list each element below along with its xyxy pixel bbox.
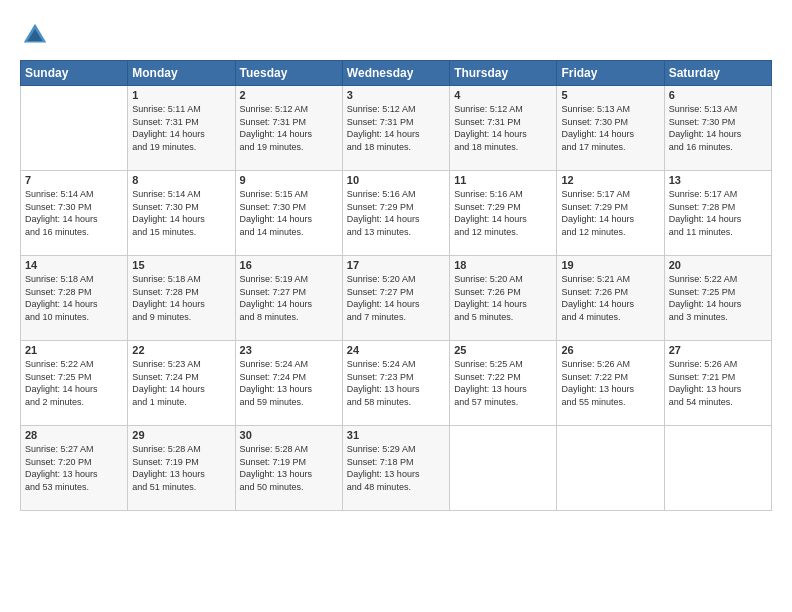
header-row: SundayMondayTuesdayWednesdayThursdayFrid… <box>21 61 772 86</box>
day-number: 23 <box>240 344 338 356</box>
day-info: Sunrise: 5:29 AM Sunset: 7:18 PM Dayligh… <box>347 443 445 493</box>
calendar-row: 21Sunrise: 5:22 AM Sunset: 7:25 PM Dayli… <box>21 341 772 426</box>
day-info: Sunrise: 5:18 AM Sunset: 7:28 PM Dayligh… <box>132 273 230 323</box>
day-number: 19 <box>561 259 659 271</box>
calendar-cell: 11Sunrise: 5:16 AM Sunset: 7:29 PM Dayli… <box>450 171 557 256</box>
header-cell-tuesday: Tuesday <box>235 61 342 86</box>
page-header <box>20 20 772 50</box>
header-cell-sunday: Sunday <box>21 61 128 86</box>
day-number: 13 <box>669 174 767 186</box>
day-number: 15 <box>132 259 230 271</box>
header-cell-saturday: Saturday <box>664 61 771 86</box>
day-number: 9 <box>240 174 338 186</box>
day-info: Sunrise: 5:18 AM Sunset: 7:28 PM Dayligh… <box>25 273 123 323</box>
day-number: 2 <box>240 89 338 101</box>
calendar-cell: 14Sunrise: 5:18 AM Sunset: 7:28 PM Dayli… <box>21 256 128 341</box>
calendar-cell: 12Sunrise: 5:17 AM Sunset: 7:29 PM Dayli… <box>557 171 664 256</box>
day-info: Sunrise: 5:12 AM Sunset: 7:31 PM Dayligh… <box>240 103 338 153</box>
calendar-cell: 19Sunrise: 5:21 AM Sunset: 7:26 PM Dayli… <box>557 256 664 341</box>
calendar-cell: 5Sunrise: 5:13 AM Sunset: 7:30 PM Daylig… <box>557 86 664 171</box>
day-info: Sunrise: 5:19 AM Sunset: 7:27 PM Dayligh… <box>240 273 338 323</box>
calendar-cell: 24Sunrise: 5:24 AM Sunset: 7:23 PM Dayli… <box>342 341 449 426</box>
logo-icon <box>20 20 50 50</box>
day-info: Sunrise: 5:21 AM Sunset: 7:26 PM Dayligh… <box>561 273 659 323</box>
day-number: 5 <box>561 89 659 101</box>
header-cell-friday: Friday <box>557 61 664 86</box>
calendar-cell: 23Sunrise: 5:24 AM Sunset: 7:24 PM Dayli… <box>235 341 342 426</box>
calendar-cell: 8Sunrise: 5:14 AM Sunset: 7:30 PM Daylig… <box>128 171 235 256</box>
header-cell-thursday: Thursday <box>450 61 557 86</box>
calendar-header: SundayMondayTuesdayWednesdayThursdayFrid… <box>21 61 772 86</box>
calendar-row: 7Sunrise: 5:14 AM Sunset: 7:30 PM Daylig… <box>21 171 772 256</box>
day-number: 26 <box>561 344 659 356</box>
calendar-row: 14Sunrise: 5:18 AM Sunset: 7:28 PM Dayli… <box>21 256 772 341</box>
day-info: Sunrise: 5:28 AM Sunset: 7:19 PM Dayligh… <box>240 443 338 493</box>
day-info: Sunrise: 5:24 AM Sunset: 7:23 PM Dayligh… <box>347 358 445 408</box>
day-number: 29 <box>132 429 230 441</box>
day-number: 12 <box>561 174 659 186</box>
calendar-cell: 7Sunrise: 5:14 AM Sunset: 7:30 PM Daylig… <box>21 171 128 256</box>
calendar-row: 1Sunrise: 5:11 AM Sunset: 7:31 PM Daylig… <box>21 86 772 171</box>
header-cell-monday: Monday <box>128 61 235 86</box>
calendar-cell: 6Sunrise: 5:13 AM Sunset: 7:30 PM Daylig… <box>664 86 771 171</box>
calendar-cell: 22Sunrise: 5:23 AM Sunset: 7:24 PM Dayli… <box>128 341 235 426</box>
day-number: 21 <box>25 344 123 356</box>
calendar-cell: 10Sunrise: 5:16 AM Sunset: 7:29 PM Dayli… <box>342 171 449 256</box>
day-info: Sunrise: 5:14 AM Sunset: 7:30 PM Dayligh… <box>25 188 123 238</box>
calendar-cell: 29Sunrise: 5:28 AM Sunset: 7:19 PM Dayli… <box>128 426 235 511</box>
calendar-cell: 27Sunrise: 5:26 AM Sunset: 7:21 PM Dayli… <box>664 341 771 426</box>
day-number: 27 <box>669 344 767 356</box>
day-info: Sunrise: 5:16 AM Sunset: 7:29 PM Dayligh… <box>454 188 552 238</box>
day-info: Sunrise: 5:15 AM Sunset: 7:30 PM Dayligh… <box>240 188 338 238</box>
calendar-cell: 26Sunrise: 5:26 AM Sunset: 7:22 PM Dayli… <box>557 341 664 426</box>
calendar-cell: 1Sunrise: 5:11 AM Sunset: 7:31 PM Daylig… <box>128 86 235 171</box>
day-number: 3 <box>347 89 445 101</box>
day-info: Sunrise: 5:20 AM Sunset: 7:26 PM Dayligh… <box>454 273 552 323</box>
day-info: Sunrise: 5:13 AM Sunset: 7:30 PM Dayligh… <box>561 103 659 153</box>
day-number: 11 <box>454 174 552 186</box>
calendar-cell: 25Sunrise: 5:25 AM Sunset: 7:22 PM Dayli… <box>450 341 557 426</box>
calendar-cell: 2Sunrise: 5:12 AM Sunset: 7:31 PM Daylig… <box>235 86 342 171</box>
day-info: Sunrise: 5:12 AM Sunset: 7:31 PM Dayligh… <box>347 103 445 153</box>
day-info: Sunrise: 5:26 AM Sunset: 7:21 PM Dayligh… <box>669 358 767 408</box>
calendar-cell: 28Sunrise: 5:27 AM Sunset: 7:20 PM Dayli… <box>21 426 128 511</box>
day-info: Sunrise: 5:12 AM Sunset: 7:31 PM Dayligh… <box>454 103 552 153</box>
day-info: Sunrise: 5:13 AM Sunset: 7:30 PM Dayligh… <box>669 103 767 153</box>
calendar-cell: 17Sunrise: 5:20 AM Sunset: 7:27 PM Dayli… <box>342 256 449 341</box>
day-info: Sunrise: 5:16 AM Sunset: 7:29 PM Dayligh… <box>347 188 445 238</box>
day-number: 8 <box>132 174 230 186</box>
calendar-cell: 9Sunrise: 5:15 AM Sunset: 7:30 PM Daylig… <box>235 171 342 256</box>
day-number: 18 <box>454 259 552 271</box>
calendar-cell: 4Sunrise: 5:12 AM Sunset: 7:31 PM Daylig… <box>450 86 557 171</box>
day-info: Sunrise: 5:14 AM Sunset: 7:30 PM Dayligh… <box>132 188 230 238</box>
day-info: Sunrise: 5:22 AM Sunset: 7:25 PM Dayligh… <box>25 358 123 408</box>
calendar-table: SundayMondayTuesdayWednesdayThursdayFrid… <box>20 60 772 511</box>
day-number: 16 <box>240 259 338 271</box>
day-number: 7 <box>25 174 123 186</box>
calendar-cell: 30Sunrise: 5:28 AM Sunset: 7:19 PM Dayli… <box>235 426 342 511</box>
day-number: 4 <box>454 89 552 101</box>
day-number: 14 <box>25 259 123 271</box>
calendar-cell: 15Sunrise: 5:18 AM Sunset: 7:28 PM Dayli… <box>128 256 235 341</box>
day-number: 31 <box>347 429 445 441</box>
day-info: Sunrise: 5:24 AM Sunset: 7:24 PM Dayligh… <box>240 358 338 408</box>
calendar-body: 1Sunrise: 5:11 AM Sunset: 7:31 PM Daylig… <box>21 86 772 511</box>
day-number: 20 <box>669 259 767 271</box>
calendar-cell: 20Sunrise: 5:22 AM Sunset: 7:25 PM Dayli… <box>664 256 771 341</box>
calendar-cell: 18Sunrise: 5:20 AM Sunset: 7:26 PM Dayli… <box>450 256 557 341</box>
calendar-cell <box>557 426 664 511</box>
calendar-cell <box>21 86 128 171</box>
calendar-cell: 13Sunrise: 5:17 AM Sunset: 7:28 PM Dayli… <box>664 171 771 256</box>
day-number: 10 <box>347 174 445 186</box>
day-info: Sunrise: 5:27 AM Sunset: 7:20 PM Dayligh… <box>25 443 123 493</box>
day-info: Sunrise: 5:22 AM Sunset: 7:25 PM Dayligh… <box>669 273 767 323</box>
day-info: Sunrise: 5:11 AM Sunset: 7:31 PM Dayligh… <box>132 103 230 153</box>
day-info: Sunrise: 5:25 AM Sunset: 7:22 PM Dayligh… <box>454 358 552 408</box>
logo <box>20 20 54 50</box>
day-number: 22 <box>132 344 230 356</box>
day-number: 25 <box>454 344 552 356</box>
calendar-row: 28Sunrise: 5:27 AM Sunset: 7:20 PM Dayli… <box>21 426 772 511</box>
day-info: Sunrise: 5:28 AM Sunset: 7:19 PM Dayligh… <box>132 443 230 493</box>
header-cell-wednesday: Wednesday <box>342 61 449 86</box>
day-info: Sunrise: 5:17 AM Sunset: 7:29 PM Dayligh… <box>561 188 659 238</box>
